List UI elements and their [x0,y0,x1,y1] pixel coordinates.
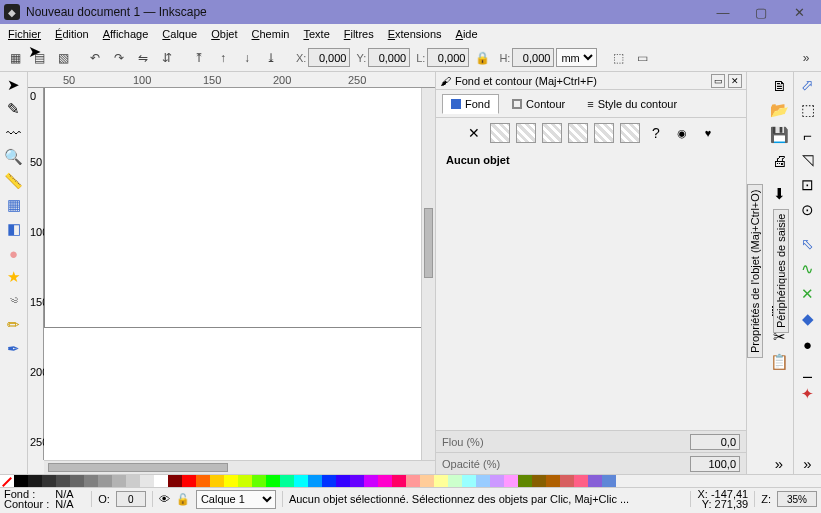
snap-smooth-icon[interactable]: ● [797,333,819,355]
affect-move-icon[interactable]: ⬚ [607,47,629,69]
palette-swatch[interactable] [126,475,140,488]
flip-v-icon[interactable]: ⇵ [156,47,178,69]
select-layer-icon[interactable]: ▤ [28,47,50,69]
rect-tool-icon[interactable]: ▦ [3,194,25,216]
menu-aide[interactable]: Aide [454,27,480,41]
snap-bbox-icon[interactable]: ⬚ [797,99,819,121]
palette-swatch[interactable] [154,475,168,488]
deselect-icon[interactable]: ▧ [52,47,74,69]
affect-scale-icon[interactable]: ▭ [631,47,653,69]
canvas[interactable] [44,88,421,460]
h-input[interactable] [512,48,554,67]
palette-no-fill[interactable] [0,475,14,488]
tweak-tool-icon[interactable]: 〰 [3,122,25,144]
minimize-button[interactable]: — [713,5,733,20]
palette-swatch[interactable] [280,475,294,488]
snap-corner-icon[interactable]: ◹ [797,149,819,171]
status-stroke-value[interactable]: N/A [55,499,85,509]
lower-icon[interactable]: ↓ [236,47,258,69]
palette-swatch[interactable] [364,475,378,488]
snap-cusp-icon[interactable]: ◆ [797,308,819,330]
menu-calque[interactable]: Calque [160,27,199,41]
palette-swatch[interactable] [238,475,252,488]
palette-swatch[interactable] [28,475,42,488]
paste-icon[interactable]: 📋 [768,351,790,373]
opacity-o-input[interactable] [116,491,146,507]
more-commands-icon[interactable]: » [768,452,790,474]
radial-gradient-button[interactable] [542,123,562,143]
ellipse-tool-icon[interactable]: ● [3,242,25,264]
palette-swatch[interactable] [392,475,406,488]
more-snap-icon[interactable]: » [797,452,819,474]
side-tab-object-properties[interactable]: Propriétés de l'objet (Maj+Ctrl+O) [747,184,763,358]
heart-icon[interactable]: ♥ [698,123,718,143]
palette-swatch[interactable] [322,475,336,488]
open-icon[interactable]: 📂 [768,99,790,121]
palette-swatch[interactable] [602,475,616,488]
dock-iconify-button[interactable]: ▭ [711,74,725,88]
mesh-button[interactable] [620,123,640,143]
menu-filtres[interactable]: Filtres [342,27,376,41]
palette-swatch[interactable] [336,475,350,488]
raise-icon[interactable]: ↑ [212,47,234,69]
palette-swatch[interactable] [574,475,588,488]
snap-node-icon[interactable]: ⬁ [797,233,819,255]
palette-swatch[interactable] [70,475,84,488]
flip-h-icon[interactable]: ⇋ [132,47,154,69]
snap-center-icon[interactable]: ⊙ [797,199,819,221]
no-paint-button[interactable]: ✕ [464,123,484,143]
snap-rotation-icon[interactable]: ✦ [797,383,819,405]
snap-intersect-icon[interactable]: ✕ [797,283,819,305]
palette-swatch[interactable] [252,475,266,488]
menu-texte[interactable]: Texte [301,27,331,41]
palette-swatch[interactable] [532,475,546,488]
palette-swatch[interactable] [308,475,322,488]
snap-enable-icon[interactable]: ⬀ [797,74,819,96]
flat-color-button[interactable] [490,123,510,143]
new-doc-icon[interactable]: 🗎 [768,74,790,96]
palette-swatch[interactable] [504,475,518,488]
palette-swatch[interactable] [588,475,602,488]
layer-select[interactable]: Calque 1 [196,490,276,509]
palette-swatch[interactable] [14,475,28,488]
palette-swatch[interactable] [168,475,182,488]
palette-swatch[interactable] [378,475,392,488]
tab-fill[interactable]: Fond [442,94,499,114]
y-input[interactable] [368,48,410,67]
dock-close-button[interactable]: ✕ [728,74,742,88]
palette-swatch[interactable] [56,475,70,488]
close-button[interactable]: ✕ [789,5,809,20]
star-tool-icon[interactable]: ★ [3,266,25,288]
layer-visible-icon[interactable]: 👁 [159,493,170,505]
menu-extensions[interactable]: Extensions [386,27,444,41]
palette-swatch[interactable] [140,475,154,488]
measure-tool-icon[interactable]: 📏 [3,170,25,192]
linear-gradient-button[interactable] [516,123,536,143]
w-input[interactable] [427,48,469,67]
side-tab-input-devices[interactable]: Périphériques de saisie [773,209,789,333]
pencil-tool-icon[interactable]: ✏ [3,314,25,336]
palette-swatch[interactable] [560,475,574,488]
shield-icon[interactable]: ◉ [672,123,692,143]
spiral-tool-icon[interactable]: ༄ [3,290,25,312]
pattern-button[interactable] [568,123,588,143]
import-icon[interactable]: ⬇ [768,183,790,205]
menu-fichier[interactable]: Fichier [6,27,43,41]
palette-swatch[interactable] [434,475,448,488]
palette-swatch[interactable] [210,475,224,488]
palette-swatch[interactable] [490,475,504,488]
palette-swatch[interactable] [406,475,420,488]
menu-affichage[interactable]: Affichage [101,27,151,41]
palette-swatch[interactable] [420,475,434,488]
layer-lock-icon[interactable]: 🔓 [176,493,190,506]
unit-select[interactable]: mm [556,48,597,67]
tab-stroke-style[interactable]: ≡ Style du contour [578,94,686,114]
x-input[interactable] [308,48,350,67]
opacity-input[interactable] [690,456,740,472]
palette-swatch[interactable] [42,475,56,488]
palette-swatch[interactable] [546,475,560,488]
palette-swatch[interactable] [84,475,98,488]
palette-swatch[interactable] [294,475,308,488]
zoom-input[interactable] [777,491,817,507]
palette-swatch[interactable] [266,475,280,488]
